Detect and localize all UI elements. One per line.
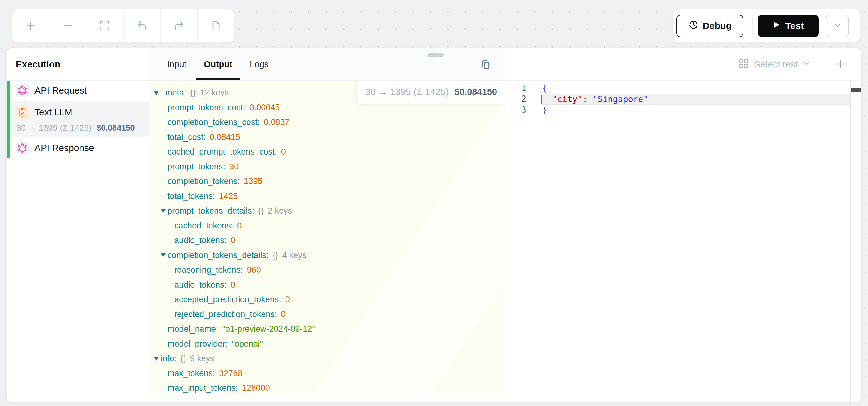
tree-key: prompt_tokens: bbox=[167, 162, 225, 172]
output-tree-row: accepted_prediction_tokens:0 bbox=[149, 292, 505, 307]
cursor-position-marker bbox=[851, 88, 862, 92]
object-brace-icon: {} bbox=[273, 251, 279, 260]
tree-key: total_cost: bbox=[167, 133, 206, 142]
tree-value: 0 bbox=[281, 147, 286, 157]
editor-line: 2 "city": "Singapore" bbox=[505, 93, 850, 105]
execution-item-text-llm[interactable]: Text LLM30 → 1395 (Σ 1425)$0.084150 bbox=[10, 102, 149, 137]
output-tree-row: model_provider:"openai" bbox=[149, 337, 505, 352]
editor-overview-ruler[interactable] bbox=[850, 81, 861, 402]
tree-key: prompt_tokens_cost: bbox=[167, 103, 245, 113]
bottom-fade bbox=[149, 392, 505, 402]
object-brace-icon: {} bbox=[190, 88, 196, 97]
tree-value: 0 bbox=[230, 280, 235, 290]
add-note-icon bbox=[210, 20, 221, 31]
text-cursor bbox=[540, 94, 542, 104]
object-brace-icon: {} bbox=[258, 206, 264, 215]
tab-output[interactable]: Output bbox=[204, 49, 232, 80]
debug-timer-icon bbox=[688, 20, 699, 32]
sheet-drag-handle[interactable] bbox=[428, 54, 444, 57]
undo-button[interactable] bbox=[123, 9, 160, 42]
debug-button[interactable]: Debug bbox=[676, 14, 743, 37]
tree-value: 0.08415 bbox=[210, 133, 240, 142]
tree-key: prompt_tokens_details: bbox=[167, 206, 254, 216]
tree-key: model_provider: bbox=[167, 339, 228, 349]
output-tree-row: total_tokens:1425 bbox=[149, 189, 505, 204]
tree-value: 1395 bbox=[244, 177, 262, 186]
line-content: "city": "Singapore" bbox=[542, 94, 850, 105]
execution-title: Execution bbox=[16, 59, 60, 70]
output-tree-row: total_cost:0.08415 bbox=[149, 130, 505, 145]
output-tree-row: prompt_tokens:30 bbox=[149, 160, 505, 174]
redo-icon bbox=[173, 20, 185, 31]
graphql-node-icon bbox=[16, 141, 29, 154]
output-tree-row: cached_tokens:0 bbox=[149, 219, 505, 233]
grid-icon bbox=[738, 58, 749, 70]
tree-value: "openai" bbox=[232, 339, 263, 349]
copy-output-button[interactable] bbox=[479, 58, 492, 71]
io-tabs: InputOutputLogs bbox=[167, 49, 269, 80]
output-tree-row: prompt_tokens_details:{}2 keys bbox=[149, 204, 505, 219]
test-editor[interactable]: 1{2 "city": "Singapore"3} bbox=[505, 81, 861, 402]
collapse-toggle-icon[interactable] bbox=[161, 253, 167, 257]
tree-key: reasoning_tokens: bbox=[174, 265, 243, 275]
test-options-button[interactable] bbox=[826, 14, 849, 37]
redo-button[interactable] bbox=[160, 9, 197, 42]
collapse-toggle-icon[interactable] bbox=[154, 356, 161, 361]
code-token: { bbox=[542, 83, 547, 93]
zoom-out-icon bbox=[62, 20, 73, 31]
add-test-button[interactable] bbox=[834, 58, 847, 70]
tree-value: 0 bbox=[230, 236, 235, 245]
text-llm-node-icon bbox=[16, 106, 29, 119]
object-key-count: 2 keys bbox=[268, 206, 292, 216]
output-tree-row: reasoning_tokens:960 bbox=[149, 263, 505, 278]
output-tree-row: rejected_prediction_tokens:0 bbox=[149, 307, 505, 322]
tree-key: audio_tokens: bbox=[174, 280, 226, 290]
run-controls: Debug Test bbox=[673, 9, 860, 42]
execution-status-bar bbox=[6, 81, 10, 157]
tree-key: total_tokens: bbox=[167, 192, 215, 201]
code-token bbox=[542, 94, 552, 104]
node-io-panel: InputOutputLogs 30 → 1395 (Σ 1425) $0.08… bbox=[149, 49, 505, 402]
execution-item-api-response[interactable]: API Response bbox=[10, 138, 149, 158]
token-summary: 30 → 1395 (Σ 1425) bbox=[365, 87, 449, 97]
tree-value: 30 bbox=[229, 162, 239, 172]
line-number: 1 bbox=[505, 83, 526, 93]
zoom-in-button[interactable] bbox=[12, 9, 49, 42]
test-header: Select test bbox=[505, 49, 861, 81]
line-content: } bbox=[542, 105, 850, 115]
select-test-dropdown[interactable]: Select test bbox=[738, 58, 810, 70]
tree-key: audio_tokens: bbox=[174, 236, 226, 245]
output-json-tree: _meta:{}12 keysprompt_tokens_cost:0.0004… bbox=[149, 81, 505, 402]
tree-value: 32768 bbox=[219, 369, 242, 378]
execution-item-usage: 30 → 1395 (Σ 1425)$0.084150 bbox=[16, 123, 145, 137]
token-summary: 30 → 1395 (Σ 1425) bbox=[17, 123, 92, 133]
tab-logs[interactable]: Logs bbox=[250, 49, 269, 80]
add-note-button[interactable] bbox=[197, 9, 234, 42]
object-brace-icon: {} bbox=[181, 354, 186, 363]
tab-input[interactable]: Input bbox=[167, 49, 186, 80]
execution-item-label: Text LLM bbox=[34, 107, 72, 117]
tree-key: info: bbox=[161, 354, 177, 364]
execution-item-label: API Response bbox=[34, 143, 94, 153]
zoom-out-button[interactable] bbox=[49, 9, 86, 42]
io-tabs-header: InputOutputLogs bbox=[149, 49, 505, 81]
collapse-toggle-icon[interactable] bbox=[161, 209, 167, 213]
tree-key: completion_tokens: bbox=[167, 177, 240, 186]
object-key-count: 9 keys bbox=[190, 354, 214, 364]
copy-icon bbox=[479, 68, 492, 72]
object-key-count: 12 keys bbox=[200, 88, 229, 97]
tree-key: cached_prompt_tokens_cost: bbox=[167, 147, 277, 157]
collapse-toggle-icon[interactable] bbox=[154, 91, 161, 95]
test-button[interactable]: Test bbox=[758, 14, 818, 37]
output-tree-row: audio_tokens:0 bbox=[149, 278, 505, 293]
divider bbox=[752, 17, 753, 34]
execution-item-api-request[interactable]: API Request bbox=[10, 81, 149, 100]
tree-key: completion_tokens_details: bbox=[167, 251, 269, 260]
fit-view-button[interactable] bbox=[86, 9, 123, 42]
tree-value: 1425 bbox=[219, 192, 238, 201]
chevron-down-icon bbox=[803, 60, 810, 69]
tree-key: cached_tokens: bbox=[174, 221, 233, 231]
output-tree-row: completion_tokens:1395 bbox=[149, 174, 505, 189]
graphql-node-icon bbox=[16, 84, 29, 97]
output-tree-row: audio_tokens:0 bbox=[149, 233, 505, 248]
